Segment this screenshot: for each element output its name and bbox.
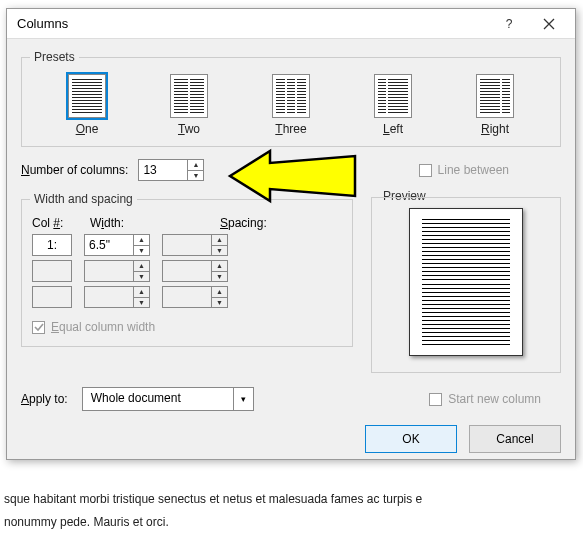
num-columns-input[interactable] xyxy=(139,160,187,180)
checkbox-box xyxy=(429,393,442,406)
preset-two[interactable]: Two xyxy=(170,74,208,136)
preset-right[interactable]: Right xyxy=(476,74,514,136)
columns-dialog: Columns ? Presets OneTwoThreeLeftRight N… xyxy=(6,8,576,460)
spacing-spinner: ▲▼ xyxy=(162,260,228,282)
titlebar: Columns ? xyxy=(7,9,575,39)
spacing-spinner: ▲▼ xyxy=(162,234,228,256)
table-row: 1: ▲▼ ▲▼ xyxy=(32,234,342,256)
num-columns-spinner[interactable]: ▲▼ xyxy=(138,159,204,181)
ok-button[interactable]: OK xyxy=(365,425,457,453)
columns-icon xyxy=(476,74,514,118)
spinner-down-icon[interactable]: ▼ xyxy=(188,171,203,181)
preset-label: Right xyxy=(481,122,509,136)
preview-page xyxy=(409,208,523,356)
preset-three[interactable]: Three xyxy=(272,74,310,136)
checkbox-box xyxy=(419,164,432,177)
columns-icon xyxy=(374,74,412,118)
start-new-column-checkbox: Start new column xyxy=(429,392,541,406)
apply-to-value: Whole document xyxy=(83,388,233,410)
width-input[interactable] xyxy=(85,235,133,255)
spacing-header: Spacing: xyxy=(220,216,338,230)
doc-text-1: sque habitant morbi tristique senectus e… xyxy=(4,492,422,506)
spacing-input xyxy=(163,235,211,255)
preset-label: Two xyxy=(178,122,200,136)
width-spacing-label: Width and spacing xyxy=(30,192,137,206)
col-num-cell: 1: xyxy=(32,234,72,256)
doc-text-2: nonummy pede. Mauris et orci. xyxy=(4,515,169,529)
width-spinner[interactable]: ▲▼ xyxy=(84,234,150,256)
dialog-title: Columns xyxy=(17,16,489,31)
columns-icon xyxy=(68,74,106,118)
presets-group: Presets OneTwoThreeLeftRight xyxy=(21,57,561,147)
start-new-column-label: Start new column xyxy=(448,392,541,406)
col-header: Col #: xyxy=(32,216,78,230)
checkbox-box xyxy=(32,321,45,334)
equal-width-label: Equal column width xyxy=(51,320,155,334)
apply-to-label: Apply to: xyxy=(21,392,68,406)
close-button[interactable] xyxy=(529,10,569,38)
preset-label: One xyxy=(76,122,99,136)
close-icon xyxy=(543,18,555,30)
table-row: ▲▼ ▲▼ xyxy=(32,286,342,308)
columns-icon xyxy=(170,74,208,118)
cancel-button[interactable]: Cancel xyxy=(469,425,561,453)
preview-box xyxy=(371,197,561,373)
spacing-spinner: ▲▼ xyxy=(162,286,228,308)
chevron-down-icon[interactable]: ▾ xyxy=(233,388,253,410)
check-icon xyxy=(33,322,44,333)
width-header: Width: xyxy=(90,216,208,230)
columns-icon xyxy=(272,74,310,118)
col-num-cell xyxy=(32,286,72,308)
preset-one[interactable]: One xyxy=(68,74,106,136)
table-row: ▲▼ ▲▼ xyxy=(32,260,342,282)
preset-label: Left xyxy=(383,122,403,136)
col-num-cell xyxy=(32,260,72,282)
presets-label: Presets xyxy=(30,50,79,64)
line-between-checkbox: Line between xyxy=(419,163,509,177)
width-spacing-group: Width and spacing Col #: Width: Spacing:… xyxy=(21,199,353,347)
preset-left[interactable]: Left xyxy=(374,74,412,136)
line-between-label: Line between xyxy=(438,163,509,177)
equal-width-checkbox: Equal column width xyxy=(32,320,342,334)
width-spinner: ▲▼ xyxy=(84,260,150,282)
spinner-up-icon[interactable]: ▲ xyxy=(188,160,203,171)
preset-label: Three xyxy=(275,122,306,136)
apply-to-select[interactable]: Whole document ▾ xyxy=(82,387,254,411)
width-spinner: ▲▼ xyxy=(84,286,150,308)
num-columns-label: Number of columns: xyxy=(21,163,128,177)
help-button[interactable]: ? xyxy=(489,10,529,38)
